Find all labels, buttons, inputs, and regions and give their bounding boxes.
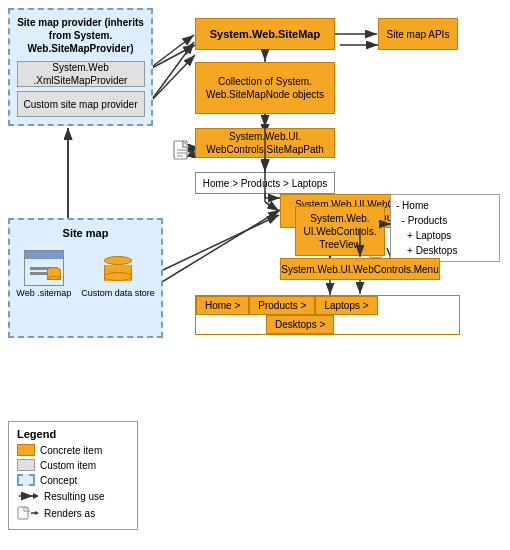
- menu-box: System.Web.UI.WebControls.Menu: [280, 258, 440, 280]
- svg-marker-52: [33, 493, 39, 499]
- legend-concept: Concept: [17, 474, 129, 486]
- web-sitemap-label: Web .sitemap: [16, 288, 71, 300]
- doc-icon-1: [172, 140, 192, 164]
- svg-line-15: [152, 210, 280, 288]
- svg-marker-56: [35, 511, 39, 515]
- treeview-output: - Home - Products + Laptops + Desktops: [390, 194, 500, 262]
- menu-cell-home: Home >: [196, 296, 249, 315]
- system-web-sitemap-box: System.Web.SiteMap: [195, 18, 335, 50]
- legend-orange-box: [17, 444, 35, 456]
- collection-box: Collection of System. Web.SiteMapNode ob…: [195, 62, 335, 114]
- menu-cell-desktops: Desktops >: [266, 315, 334, 334]
- svg-line-48: [163, 215, 279, 270]
- menu-output: Home > Products > Laptops > Desktops >: [195, 295, 460, 335]
- legend: Legend Concrete item Custom item Concept…: [8, 421, 138, 530]
- svg-line-36: [153, 42, 194, 98]
- svg-line-49: [193, 146, 194, 150]
- treeview-box-el: System.Web. UI.WebControls. TreeView: [295, 206, 385, 256]
- legend-gray-box: [17, 459, 35, 471]
- legend-arrow: Resulting use: [17, 489, 129, 503]
- legend-concept-label: Concept: [40, 475, 77, 486]
- legend-title: Legend: [17, 428, 129, 440]
- legend-custom-label: Custom item: [40, 460, 96, 471]
- custom-data-store-label: Custom data store: [81, 288, 155, 300]
- sitemap-path-box: System.Web.UI. WebControls.SiteMapPath: [195, 128, 335, 158]
- site-map-provider-label: Site map provider (inherits from System.…: [16, 16, 145, 55]
- legend-concrete-label: Concrete item: [40, 445, 102, 456]
- legend-arrow-label: Resulting use: [44, 491, 105, 502]
- xml-provider-box: System.Web .XmlSiteMapProvider: [17, 61, 145, 87]
- svg-line-2: [152, 45, 195, 68]
- legend-renders: Renders as: [17, 506, 129, 520]
- legend-renders-label: Renders as: [44, 508, 95, 519]
- site-map-provider-box: Site map provider (inherits from System.…: [8, 8, 153, 126]
- legend-blue-box: [17, 474, 35, 486]
- svg-line-3: [152, 55, 195, 100]
- svg-line-42: [265, 202, 279, 211]
- web-sitemap-visual: [24, 250, 64, 286]
- site-map-label: Site map: [63, 226, 109, 240]
- custom-provider-box: Custom site map provider: [17, 91, 145, 117]
- legend-custom: Custom item: [17, 459, 129, 471]
- svg-line-35: [153, 35, 194, 66]
- menu-cell-laptops: Laptops >: [315, 296, 377, 315]
- breadcrumb-box: Home > Products > Laptops: [195, 172, 335, 194]
- diagram: Site map provider (inherits from System.…: [0, 0, 510, 550]
- site-map-apis-box: Site map APIs: [378, 18, 458, 50]
- custom-data-store-visual: [103, 250, 133, 286]
- menu-cell-products: Products >: [249, 296, 315, 315]
- legend-concrete: Concrete item: [17, 444, 129, 456]
- site-map-box: Site map Web .sitemap: [8, 218, 163, 338]
